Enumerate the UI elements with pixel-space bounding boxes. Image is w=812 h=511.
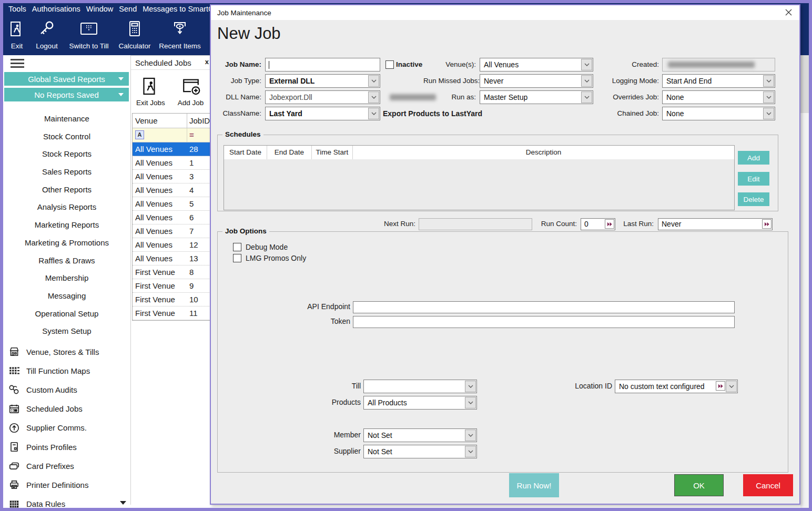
column-header-start-date[interactable]: Start Date xyxy=(224,146,267,159)
classname-dropdown[interactable]: Last Yard xyxy=(265,107,380,120)
api-endpoint-input[interactable] xyxy=(353,301,735,313)
sidebar-item[interactable]: Stock Reports xyxy=(3,145,130,163)
delete-schedule-button[interactable]: Delete xyxy=(738,192,769,206)
sidebar: Global Saved Reports No Reports Saved Ma… xyxy=(3,55,130,508)
sidebar-item[interactable]: Marketing & Promotions xyxy=(3,234,130,252)
sidebar-item-points-profiles[interactable]: Points Profiles xyxy=(3,437,130,456)
run-now-button[interactable]: Run Now! xyxy=(509,473,559,497)
calculator-button[interactable]: Calculator xyxy=(115,18,155,55)
dll-name-dropdown[interactable]: Jobexport.Dll xyxy=(265,90,380,104)
chevron-down-icon[interactable] xyxy=(368,108,379,119)
chained-job-dropdown[interactable]: None xyxy=(662,107,775,120)
sidebar-item[interactable]: Messaging xyxy=(3,287,130,305)
sidebar-item-printer-definitions[interactable]: Printer Definitions xyxy=(3,475,130,494)
job-type-dropdown[interactable]: External DLL xyxy=(265,74,380,88)
panel-close-icon[interactable]: x xyxy=(205,58,209,66)
sidebar-item-card-prefixes[interactable]: Card Prefixes xyxy=(3,456,130,475)
cards-icon xyxy=(8,460,20,472)
schedules-table: Start Date End Date Time Start Descripti… xyxy=(224,145,735,210)
exit-door-icon xyxy=(140,76,161,97)
sidebar-item-scheduled-jobs[interactable]: Scheduled Jobs xyxy=(3,400,130,418)
sidebar-item[interactable]: Membership xyxy=(3,269,130,287)
overrides-job-dropdown[interactable]: None xyxy=(662,90,775,104)
scrollbar[interactable] xyxy=(800,55,809,113)
sidebar-item-supplier-comms[interactable]: Supplier Comms. xyxy=(3,418,130,437)
token-input[interactable] xyxy=(353,316,735,328)
logout-button[interactable]: Logout xyxy=(31,18,63,55)
sidebar-item[interactable]: Other Reports xyxy=(3,181,130,199)
menu-item[interactable]: Send xyxy=(119,5,137,13)
add-job-button[interactable]: Add Job xyxy=(178,70,204,112)
lmg-promos-only-checkbox[interactable] xyxy=(233,254,241,262)
sidebar-item-venue-stores-tills[interactable]: Venue, Stores & Tills xyxy=(3,342,130,361)
sidebar-item[interactable]: System Setup xyxy=(3,322,130,340)
add-schedule-button[interactable]: Add xyxy=(738,151,769,165)
sidebar-item[interactable]: Maintenance xyxy=(3,110,130,128)
sidebar-item-data-rules[interactable]: Data Rules xyxy=(3,495,130,511)
location-id-label: Location ID xyxy=(533,380,612,392)
sidebar-item-label: Printer Definitions xyxy=(26,481,88,489)
ok-button[interactable]: OK xyxy=(674,474,724,496)
edit-schedule-button[interactable]: Edit xyxy=(738,172,769,186)
menu-item[interactable]: Window xyxy=(86,5,114,13)
sidebar-scroll-down-arrow[interactable] xyxy=(120,501,126,505)
menu-item[interactable]: Tools xyxy=(8,5,26,13)
chevron-down-icon[interactable] xyxy=(368,75,379,87)
chevron-down-icon[interactable] xyxy=(763,75,774,87)
run-count-value: 0 xyxy=(584,219,588,230)
sidebar-item[interactable]: Operational Setup xyxy=(3,305,130,323)
chevron-down-icon[interactable] xyxy=(763,108,774,119)
column-header-end-date[interactable]: End Date xyxy=(267,146,312,159)
fast-forward-icon[interactable] xyxy=(716,381,725,391)
job-name-input[interactable] xyxy=(265,58,380,71)
column-header-time-start[interactable]: Time Start xyxy=(312,146,353,159)
switch-to-till-button[interactable]: Switch to Till xyxy=(63,18,115,55)
cancel-button[interactable]: Cancel xyxy=(743,474,793,496)
member-dropdown[interactable]: Not Set xyxy=(363,428,477,442)
printer-icon xyxy=(8,479,20,490)
run-as-dropdown[interactable]: Master Setup xyxy=(480,90,593,104)
overrides-job-value: None xyxy=(666,91,684,104)
chevron-down-icon[interactable] xyxy=(465,381,476,392)
products-dropdown[interactable]: All Products xyxy=(363,396,477,410)
hamburger-menu-icon[interactable] xyxy=(11,59,24,69)
chevron-down-icon[interactable] xyxy=(465,430,476,441)
chevron-down-icon[interactable] xyxy=(465,446,476,457)
global-saved-reports-dropdown[interactable]: Global Saved Reports xyxy=(4,72,129,86)
menu-item[interactable]: Authorisations xyxy=(32,5,80,13)
till-screen-icon xyxy=(79,18,98,40)
dialog-close-icon[interactable] xyxy=(785,9,792,17)
filter-text-icon[interactable]: A xyxy=(135,130,144,139)
chevron-down-icon[interactable] xyxy=(763,91,774,103)
run-missed-jobs-dropdown[interactable]: Never xyxy=(480,74,593,88)
venues-dropdown[interactable]: All Venues xyxy=(480,58,593,71)
chevron-down-icon xyxy=(118,77,124,80)
sidebar-item[interactable]: Sales Reports xyxy=(3,163,130,181)
exit-button[interactable]: Exit xyxy=(3,18,31,55)
fast-forward-icon[interactable] xyxy=(762,219,772,229)
recent-items-button[interactable]: Recent Items xyxy=(155,18,205,55)
column-header-description[interactable]: Description xyxy=(353,146,734,159)
till-dropdown[interactable] xyxy=(363,380,477,393)
chevron-down-icon[interactable] xyxy=(465,397,476,408)
sidebar-item-custom-audits[interactable]: Custom Audits xyxy=(3,380,130,399)
filter-equals-icon[interactable]: = xyxy=(189,130,194,139)
job-type-value: External DLL xyxy=(269,75,314,87)
sidebar-item[interactable]: Stock Control xyxy=(3,128,130,146)
sidebar-item-till-function-maps[interactable]: Till Function Maps xyxy=(3,361,130,380)
exit-jobs-button[interactable]: Exit Jobs xyxy=(136,70,165,112)
inactive-checkbox[interactable] xyxy=(385,60,394,69)
sidebar-item[interactable]: Analysis Reports xyxy=(3,198,130,216)
chevron-down-icon[interactable] xyxy=(368,91,379,103)
chevron-down-icon[interactable] xyxy=(726,381,737,392)
sidebar-item[interactable]: Raffles & Draws xyxy=(3,252,130,270)
run-as-label: Run as: xyxy=(423,90,476,104)
column-header-venue[interactable]: Venue xyxy=(133,114,187,128)
logging-mode-dropdown[interactable]: Start And End xyxy=(662,74,775,88)
location-id-field[interactable]: No custom text configured xyxy=(615,380,738,393)
supplier-dropdown[interactable]: Not Set xyxy=(363,445,477,458)
job-name-label: Job Name: xyxy=(211,58,261,71)
debug-mode-checkbox[interactable] xyxy=(233,243,241,251)
no-reports-saved-dropdown[interactable]: No Reports Saved xyxy=(4,88,129,101)
sidebar-item[interactable]: Marketing Reports xyxy=(3,216,130,234)
